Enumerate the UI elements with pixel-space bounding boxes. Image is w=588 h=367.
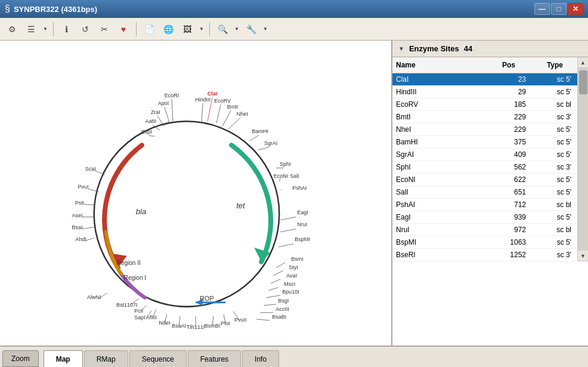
list-dropdown-arrow[interactable]: ▼ bbox=[42, 21, 49, 38]
doc-button[interactable]: 📄 bbox=[141, 21, 157, 38]
svg-line-92 bbox=[85, 205, 95, 205]
svg-text:NdeI: NdeI bbox=[159, 320, 170, 326]
cell-name: BmtI bbox=[392, 111, 488, 123]
image-button[interactable]: 🖼 bbox=[179, 21, 196, 38]
wrench-dropdown-arrow[interactable]: ▼ bbox=[262, 21, 269, 38]
minimize-button[interactable]: — bbox=[534, 3, 550, 15]
scrollbar[interactable]: ▲ ▼ bbox=[577, 57, 588, 261]
table-row[interactable]: SgrAI 409 sc 5' bbox=[392, 149, 577, 161]
table-row[interactable]: PshAI 712 sc bl bbox=[392, 199, 577, 211]
main-area: bla tet ROP Region I Region II EcoRI Apo… bbox=[0, 41, 588, 346]
svg-text:MscI: MscI bbox=[284, 281, 295, 287]
table-row[interactable]: BmtI 229 sc 3' bbox=[392, 111, 577, 124]
cell-pos: 651 bbox=[488, 186, 530, 198]
table-row[interactable]: ClaI 23 sc 5' bbox=[392, 73, 577, 86]
svg-text:SalI: SalI bbox=[290, 173, 299, 179]
enzyme-count: 44 bbox=[464, 44, 472, 53]
cell-pos: 939 bbox=[488, 211, 530, 223]
table-row[interactable]: NruI 972 sc bl bbox=[392, 224, 577, 236]
svg-text:HindIII: HindIII bbox=[195, 97, 211, 103]
cell-name: SgrAI bbox=[392, 149, 488, 161]
scroll-up-button[interactable]: ▲ bbox=[578, 57, 588, 68]
cut-button[interactable]: ✂ bbox=[96, 21, 113, 38]
svg-text:BsgI: BsgI bbox=[278, 298, 289, 304]
cell-name: PshAI bbox=[392, 199, 488, 211]
search-button[interactable]: 🔍 bbox=[214, 21, 231, 38]
table-row[interactable]: SphI 562 sc 3' bbox=[392, 161, 577, 174]
settings-button[interactable]: ⚙ bbox=[4, 21, 20, 38]
tab-rmap[interactable]: RMap bbox=[84, 350, 128, 367]
globe-button[interactable]: 🌐 bbox=[160, 21, 177, 38]
tab-map[interactable]: Map bbox=[44, 350, 83, 367]
tab-features[interactable]: Features bbox=[188, 350, 241, 367]
svg-text:EcoRI: EcoRI bbox=[165, 92, 180, 98]
list-button[interactable]: ☰ bbox=[23, 21, 39, 38]
window-title: SYNPBR322 (4361bps) bbox=[14, 5, 531, 14]
table-row[interactable]: NheI 229 sc 5' bbox=[392, 124, 577, 136]
svg-line-42 bbox=[280, 217, 296, 220]
svg-line-27 bbox=[222, 110, 231, 126]
cell-pos: 185 bbox=[488, 98, 530, 110]
svg-line-11 bbox=[172, 99, 173, 121]
cell-name: BseRI bbox=[392, 249, 488, 261]
toolbar-sep-3 bbox=[209, 22, 210, 36]
tab-sequence[interactable]: Sequence bbox=[129, 350, 187, 367]
cell-type: sc 5' bbox=[530, 136, 577, 148]
cell-name: EcoNI bbox=[392, 174, 488, 186]
cell-name: NruI bbox=[392, 224, 488, 236]
cell-name: BamHI bbox=[392, 136, 488, 148]
cell-pos: 712 bbox=[488, 199, 530, 211]
maximize-button[interactable]: □ bbox=[551, 3, 567, 15]
cell-pos: 229 bbox=[488, 111, 530, 123]
svg-text:PstI: PstI bbox=[75, 200, 85, 206]
enzyme-table-header: Name Pos Type bbox=[392, 57, 577, 73]
svg-text:tet: tet bbox=[236, 201, 246, 210]
collapse-triangle-icon[interactable]: ▼ bbox=[398, 45, 404, 52]
table-row[interactable]: BamHI 375 sc 5' bbox=[392, 136, 577, 149]
table-row[interactable]: BseRI 1252 sc 3' bbox=[392, 249, 577, 261]
table-row[interactable]: EcoRV 185 sc bl bbox=[392, 98, 577, 111]
svg-text:SgrAI: SgrAI bbox=[264, 140, 278, 146]
back-button[interactable]: ↺ bbox=[77, 21, 94, 38]
svg-line-29 bbox=[228, 118, 240, 129]
map-area[interactable]: bla tet ROP Region I Region II EcoRI Apo… bbox=[0, 41, 391, 346]
close-button[interactable]: ✕ bbox=[568, 3, 583, 15]
info-button[interactable]: ℹ bbox=[58, 21, 75, 38]
search-dropdown-arrow[interactable]: ▼ bbox=[233, 21, 240, 38]
svg-line-54 bbox=[268, 288, 278, 291]
table-row[interactable]: EagI 939 sc 5' bbox=[392, 211, 577, 224]
table-row[interactable]: HindIII 29 sc 5' bbox=[392, 86, 577, 98]
cell-type: sc 5' bbox=[530, 149, 577, 161]
col-type-header: Type bbox=[519, 60, 567, 70]
zoom-button[interactable]: Zoom bbox=[2, 350, 39, 367]
table-row[interactable]: BspMI 1063 sc 5' bbox=[392, 236, 577, 249]
image-dropdown-arrow[interactable]: ▼ bbox=[198, 21, 205, 38]
cell-type: sc 3' bbox=[530, 249, 577, 261]
cell-pos: 562 bbox=[488, 161, 530, 173]
svg-text:bla: bla bbox=[136, 207, 146, 216]
scroll-down-button[interactable]: ▼ bbox=[578, 251, 588, 261]
cell-name: SphI bbox=[392, 161, 488, 173]
svg-text:SphI: SphI bbox=[280, 161, 291, 167]
svg-text:BsaBI: BsaBI bbox=[272, 314, 286, 320]
svg-line-48 bbox=[276, 263, 285, 268]
cell-pos: 375 bbox=[488, 136, 530, 148]
enzyme-table: Name Pos Type ClaI 23 sc 5' HindIII 29 s… bbox=[392, 57, 588, 346]
favorite-button[interactable]: ♥ bbox=[115, 21, 132, 38]
wrench-button[interactable]: 🔧 bbox=[243, 21, 259, 38]
svg-text:Bpu10I: Bpu10I bbox=[282, 289, 299, 295]
table-row[interactable]: EcoNI 622 sc 5' bbox=[392, 174, 577, 186]
table-row[interactable]: SalI 651 sc 5' bbox=[392, 186, 577, 199]
enzyme-panel: ▼ Enzyme Sites 44 Name Pos Type ClaI 23 … bbox=[391, 41, 588, 346]
cell-name: SalI bbox=[392, 186, 488, 198]
scroll-track[interactable] bbox=[578, 68, 588, 251]
scroll-thumb[interactable] bbox=[579, 70, 587, 94]
cell-name: BspMI bbox=[392, 236, 488, 248]
svg-text:EagI: EagI bbox=[297, 209, 308, 215]
svg-text:PciI: PciI bbox=[134, 308, 143, 314]
svg-line-50 bbox=[273, 271, 283, 276]
tab-info[interactable]: Info bbox=[242, 350, 279, 367]
toolbar-sep-2 bbox=[136, 22, 137, 36]
svg-text:SapI: SapI bbox=[134, 314, 146, 320]
cell-type: sc 3' bbox=[530, 111, 577, 123]
